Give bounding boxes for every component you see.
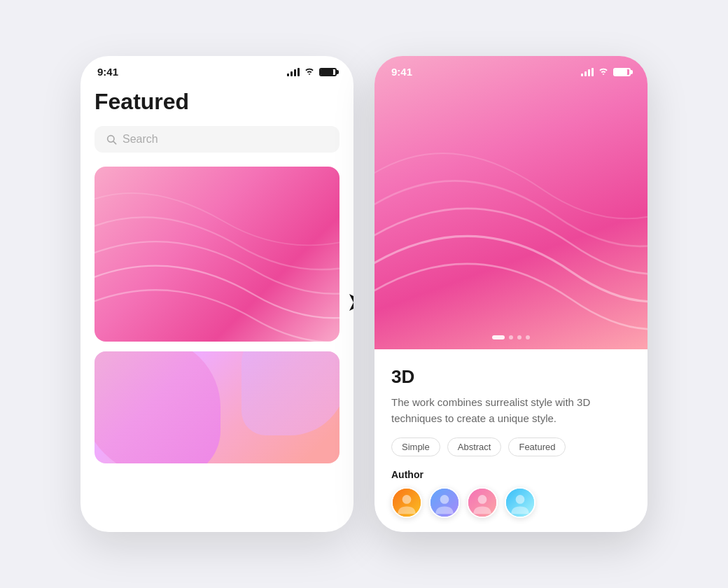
tag-simple[interactable]: Simple: [391, 438, 440, 456]
time-left: 9:41: [97, 66, 118, 78]
battery-icon-right: [613, 68, 631, 76]
hero-dot-3[interactable]: [517, 335, 522, 340]
tags-container: Simple Abstract Featured: [391, 438, 631, 456]
svg-point-8: [478, 495, 487, 504]
detail-description: The work combines surrealist style with …: [391, 395, 631, 426]
search-icon: [106, 134, 117, 145]
avatar-2[interactable]: [429, 487, 460, 518]
svg-line-1: [113, 141, 116, 144]
tag-featured[interactable]: Featured: [508, 438, 566, 456]
left-content: Featured Search: [80, 83, 354, 479]
time-right: 9:41: [391, 66, 412, 78]
tag-abstract[interactable]: Abstract: [447, 438, 502, 456]
hero-dot-4[interactable]: [526, 335, 530, 340]
card-lavender[interactable]: [94, 351, 340, 463]
search-bar[interactable]: Search: [94, 126, 340, 153]
hero-dot-2[interactable]: [509, 335, 513, 340]
featured-title: Featured: [94, 89, 340, 115]
author-section: Author: [391, 469, 631, 518]
detail-title: 3D: [391, 366, 631, 388]
status-icons-right: [581, 66, 631, 77]
battery-icon: [319, 68, 337, 76]
status-bar-left: 9:41: [80, 56, 354, 83]
card-pink[interactable]: [94, 167, 340, 342]
detail-panel: 3D The work combines surrealist style wi…: [374, 349, 648, 532]
status-icons-left: [287, 66, 337, 77]
avatar-4[interactable]: [505, 487, 536, 518]
wifi-icon-right: [598, 66, 609, 77]
signal-icon-right: [581, 68, 594, 76]
hero-image: 9:41: [374, 56, 648, 349]
signal-icon: [287, 68, 300, 76]
author-avatars: [391, 487, 631, 518]
status-bar-right: 9:41: [374, 56, 648, 83]
cursor-arrow: [346, 291, 354, 316]
phone-left: 9:41 Featured: [80, 56, 354, 532]
wifi-icon: [304, 66, 315, 77]
hero-dots: [492, 335, 530, 340]
avatar-1[interactable]: [391, 487, 422, 518]
svg-point-10: [516, 495, 525, 504]
avatar-3[interactable]: [467, 487, 498, 518]
author-label: Author: [391, 469, 631, 480]
scene: 9:41 Featured: [80, 56, 648, 532]
svg-marker-2: [349, 294, 354, 311]
svg-point-6: [440, 495, 449, 504]
phone-right: 9:41: [374, 56, 648, 532]
hero-dot-1[interactable]: [492, 335, 505, 340]
svg-point-4: [402, 495, 412, 504]
search-placeholder: Search: [122, 133, 158, 146]
